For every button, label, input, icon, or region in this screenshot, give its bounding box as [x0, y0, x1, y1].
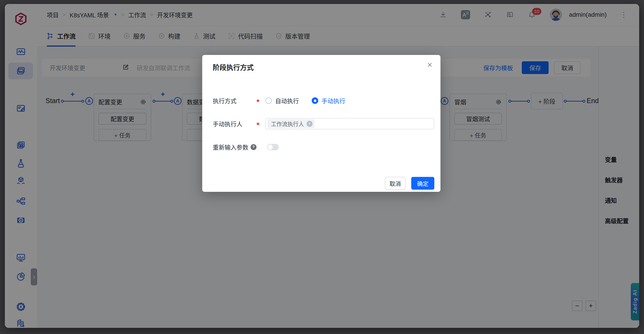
radio-manual-exec-label[interactable]: 手动执行 [322, 96, 345, 105]
exec-mode-label: 执行方式 [213, 96, 257, 105]
radio-auto-exec-label[interactable]: 自动执行 [275, 96, 299, 105]
required-marker [257, 100, 259, 102]
exec-mode-row: 执行方式 自动执行 手动执行 [213, 96, 434, 106]
radio-manual-exec[interactable] [312, 97, 318, 104]
reinput-params-label: 重新输入参数 ? [213, 143, 256, 152]
reinput-params-toggle[interactable] [267, 144, 279, 150]
required-marker [257, 122, 259, 125]
app-window: PM [5, 4, 639, 328]
modal-confirm-button[interactable]: 确定 [411, 177, 434, 190]
modal-footer: 取消 确定 [385, 177, 434, 190]
tag-remove-icon[interactable]: ✕ [306, 121, 312, 127]
manual-executor-row: 手动执行人 工作流执行人 ✕ [213, 118, 434, 130]
stage-exec-modal: 阶段执行方式 ✕ 执行方式 自动执行 手动执行 手动执行人 工作流执行人 ✕ [202, 55, 440, 192]
radio-auto-exec[interactable] [265, 97, 272, 104]
modal-cancel-button[interactable]: 取消 [385, 177, 406, 190]
reinput-params-row: 重新输入参数 ? [213, 144, 434, 150]
executor-tag: 工作流执行人 ✕ [268, 119, 314, 128]
help-icon[interactable]: ? [250, 144, 256, 150]
executor-select-input[interactable]: 工作流执行人 ✕ [265, 118, 434, 130]
manual-executor-label: 手动执行人 [213, 120, 257, 128]
modal-title: 阶段执行方式 [213, 62, 254, 72]
close-icon[interactable]: ✕ [427, 61, 432, 69]
